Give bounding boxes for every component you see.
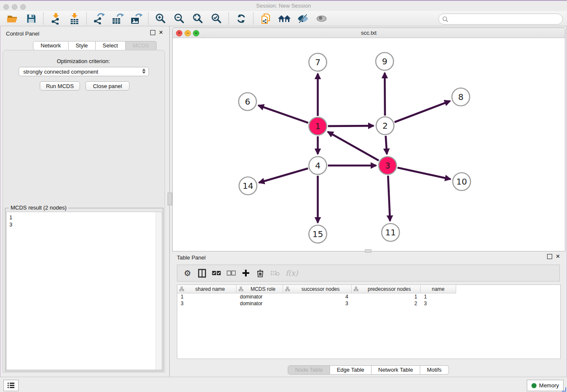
graph-edge-3-10[interactable]	[397, 168, 450, 179]
home-view-button[interactable]	[275, 12, 294, 25]
eye-slash-icon	[297, 14, 309, 24]
table-cell[interactable]: 4	[283, 293, 352, 300]
create-column-icon[interactable]	[242, 268, 250, 278]
search-input[interactable]	[450, 16, 562, 23]
network-window-title: scc.txt	[173, 30, 565, 36]
tab-motifs[interactable]: Motifs	[420, 365, 449, 375]
tab-network[interactable]: Network	[33, 41, 69, 50]
column-header-MCDS-role[interactable]: MCDS role	[237, 285, 283, 293]
deselect-all-columns-icon[interactable]	[227, 268, 236, 278]
graph-node-label-8: 8	[458, 92, 464, 102]
select-all-columns-icon[interactable]	[212, 268, 221, 278]
graph-edge-4-14[interactable]	[259, 168, 308, 183]
float-panel-icon[interactable]	[150, 30, 155, 35]
graph-edge-3-1[interactable]	[328, 132, 379, 160]
table-cell[interactable]: 3	[283, 300, 352, 307]
table-row[interactable]: 1dominator411	[177, 293, 560, 300]
zoom-out-icon	[173, 13, 185, 25]
zoom-in-button[interactable]	[151, 12, 170, 25]
network-canvas[interactable]: 1234678910111415	[173, 38, 564, 250]
graph-edge-2-8[interactable]	[394, 101, 450, 122]
hide-others-button[interactable]	[294, 12, 312, 25]
graph-edge-1-2[interactable]	[328, 126, 374, 126]
column-header-predecessor-nodes[interactable]: predecessor nodes	[352, 285, 421, 293]
table-body: 1dominator4113dominator323	[177, 293, 560, 307]
table-cell[interactable]: 2	[352, 300, 421, 307]
show-columns-icon[interactable]	[198, 268, 206, 278]
function-builder-icon[interactable]: f(x)	[286, 268, 298, 278]
table-cell[interactable]: dominator	[237, 300, 283, 307]
status-bar: Memory	[0, 377, 567, 392]
tab-select[interactable]: Select	[96, 41, 126, 50]
panel-divider-handle[interactable]	[168, 193, 172, 205]
tab-mcds[interactable]: MCDS	[126, 41, 157, 50]
control-panel: Control Panel ✕ Network Style Select MCD…	[0, 26, 167, 377]
run-mcds-button[interactable]: Run MCDS	[40, 81, 80, 91]
table-panel-title: Table Panel	[177, 254, 206, 261]
close-panel-button[interactable]: Close panel	[85, 81, 129, 91]
table-cell[interactable]: 3	[421, 300, 456, 307]
memory-button[interactable]: Memory	[527, 380, 564, 391]
eye-icon	[315, 14, 328, 24]
graph-node-label-6: 6	[245, 97, 250, 107]
network-view-window: ✕ − + scc.txt 1234678910111415	[172, 28, 565, 251]
column-header-name[interactable]: name	[421, 285, 456, 293]
mcds-result-list[interactable]: 1 3	[6, 212, 162, 370]
table-cell[interactable]: 1	[421, 293, 456, 300]
result-scrollbar[interactable]	[156, 212, 162, 370]
refresh-button[interactable]	[232, 12, 250, 25]
zoom-in-icon	[155, 13, 167, 25]
zoom-selected-button[interactable]	[207, 12, 226, 25]
delete-table-icon[interactable]	[270, 268, 280, 278]
tab-node-table[interactable]: Node Table	[288, 365, 330, 375]
control-panel-title: Control Panel	[6, 30, 39, 37]
resize-handle[interactable]	[562, 387, 566, 392]
delete-column-icon[interactable]	[256, 268, 264, 278]
toolbar-separator	[148, 13, 149, 25]
zoom-out-button[interactable]	[170, 12, 189, 25]
graph-node-label-7: 7	[315, 57, 321, 67]
zoom-fit-icon	[192, 13, 204, 25]
export-network-button[interactable]	[90, 12, 108, 25]
graph-node-label-4: 4	[315, 160, 321, 171]
table-cell[interactable]: dominator	[237, 293, 283, 300]
table-row[interactable]: 3dominator323	[177, 300, 560, 307]
graph-edge-2-9[interactable]	[385, 73, 385, 116]
optimization-criterion-select[interactable]: strongly connected component	[19, 67, 149, 76]
graph-node-label-10: 10	[456, 177, 467, 187]
settings-gear-icon[interactable]: ⚙	[183, 268, 192, 278]
duplicate-network-button[interactable]	[256, 12, 275, 25]
show-all-button[interactable]	[312, 12, 331, 25]
column-header-successor-nodes[interactable]: successor nodes	[283, 285, 352, 293]
search-field[interactable]	[438, 14, 563, 25]
tab-network-table[interactable]: Network Table	[372, 365, 420, 375]
graph-edge-1-6[interactable]	[258, 105, 308, 123]
close-panel-icon[interactable]: ✕	[159, 30, 163, 35]
close-table-panel-icon[interactable]: ✕	[556, 254, 560, 259]
import-network-button[interactable]	[47, 12, 65, 25]
list-icon	[7, 382, 15, 389]
export-image-button[interactable]	[127, 12, 146, 25]
table-cell[interactable]: 3	[177, 300, 237, 307]
table-cell[interactable]: 1	[352, 293, 421, 300]
graph-node-label-14: 14	[242, 181, 253, 191]
node-table: shared nameMCDS rolesuccessor nodesprede…	[177, 284, 561, 359]
toolbar-separator	[86, 13, 87, 25]
open-session-button[interactable]	[3, 12, 22, 25]
save-session-button[interactable]	[22, 12, 41, 25]
float-table-panel-icon[interactable]	[547, 254, 552, 259]
tab-style[interactable]: Style	[69, 41, 96, 50]
search-icon	[442, 16, 449, 22]
table-panel: Table Panel ✕ ⚙ f(x) shared nameMCDS rol…	[172, 252, 564, 376]
graph-edge-2-3[interactable]	[386, 136, 387, 154]
graph-edge-3-11[interactable]	[388, 176, 390, 221]
tab-edge-table[interactable]: Edge Table	[330, 365, 372, 375]
table-cell[interactable]: 1	[177, 293, 237, 300]
show-panels-button[interactable]	[3, 380, 19, 391]
import-table-button[interactable]	[65, 12, 84, 25]
column-header-shared-name[interactable]: shared name	[177, 285, 237, 293]
export-table-button[interactable]	[108, 12, 127, 25]
network-window-titlebar[interactable]: ✕ − + scc.txt	[173, 28, 565, 38]
network-graph: 1234678910111415	[173, 38, 564, 250]
zoom-fit-button[interactable]	[189, 12, 207, 25]
